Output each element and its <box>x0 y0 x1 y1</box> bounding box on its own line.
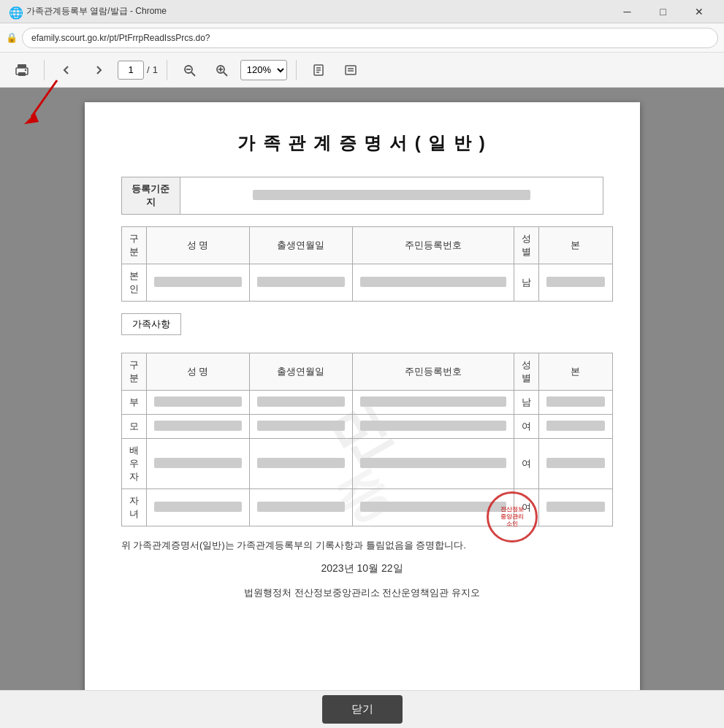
fam-type-2: 배우자 <box>121 439 146 489</box>
family-table: 구분 성 명 출생연월일 주민등록번호 성별 본 부 남 모 <box>121 353 613 526</box>
fam-id-0 <box>352 391 514 415</box>
fam-gender-0: 남 <box>514 391 538 415</box>
zoom-out-button[interactable] <box>176 57 202 83</box>
self-table: 구분 성 명 출생연월일 주민등록번호 성별 본 본인 남 <box>121 226 613 302</box>
address-blurred <box>253 190 530 200</box>
fam-type-0: 부 <box>121 391 146 415</box>
self-bon <box>538 264 612 302</box>
page-separator: / <box>147 64 150 75</box>
print-button[interactable] <box>9 57 35 83</box>
official-seal: 전산정보중앙관리소인 <box>487 491 538 543</box>
address-input[interactable] <box>22 28 718 48</box>
family-row-1: 모 여 <box>121 415 612 439</box>
fam-gender-1: 여 <box>514 415 538 439</box>
divider-1 <box>44 60 45 80</box>
svg-point-3 <box>25 69 26 70</box>
fit-page-button[interactable] <box>305 57 332 83</box>
fam-col-gender: 성별 <box>514 353 538 391</box>
pdf-toolbar: / 1 50% 75% 100% 120% 150% 200% <box>0 53 724 88</box>
self-id <box>352 264 514 302</box>
fam-type-3: 자녀 <box>121 489 146 526</box>
col-header-bon: 본 <box>538 227 612 264</box>
fam-col-name: 성 명 <box>146 353 249 391</box>
fit-width-button[interactable] <box>338 57 364 83</box>
title-bar: 🌐 가족관계등록부 열람/발급 - Chrome ─ □ ✕ <box>0 0 724 23</box>
fam-bon-2 <box>538 439 612 489</box>
title-bar-text: 가족관계등록부 열람/발급 - Chrome <box>26 5 611 18</box>
fam-col-type: 구분 <box>121 353 146 391</box>
close-document-button[interactable]: 닫기 <box>322 695 403 724</box>
self-type: 본인 <box>121 264 146 302</box>
minimize-button[interactable]: ─ <box>611 0 644 23</box>
family-row-0: 부 남 <box>121 391 612 415</box>
zoom-in-button[interactable] <box>208 57 235 83</box>
pdf-page: 민 증 가 족 관 계 증 명 서 ( 일 반 ) 등록기준지 구분 <box>85 102 640 690</box>
registration-table: 등록기준지 <box>121 177 603 215</box>
col-header-id: 주민등록번호 <box>352 227 514 264</box>
divider-3 <box>296 60 297 80</box>
self-row: 본인 남 <box>121 264 612 302</box>
family-row-2: 배우자 여 <box>121 439 612 489</box>
document-title: 가 족 관 계 증 명 서 ( 일 반 ) <box>121 131 603 155</box>
fam-gender-2: 여 <box>514 439 538 489</box>
col-header-gender: 성별 <box>514 227 538 264</box>
seal-text: 전산정보중앙관리소인 <box>500 506 524 529</box>
fam-birth-0 <box>249 391 352 415</box>
fam-birth-1 <box>249 415 352 439</box>
svg-line-8 <box>224 72 227 76</box>
document-content: 가 족 관 계 증 명 서 ( 일 반 ) 등록기준지 구분 성 명 출생연월일 <box>121 131 603 601</box>
fam-type-1: 모 <box>121 415 146 439</box>
fam-name-0 <box>146 391 249 415</box>
fam-col-id: 주민등록번호 <box>352 353 514 391</box>
page-number-input[interactable] <box>118 61 144 80</box>
maximize-button[interactable]: □ <box>647 0 679 23</box>
cert-text: 위 가족관계증명서(일반)는 가족관계등록부의 기록사항과 틀림없음을 증명합니… <box>121 538 603 553</box>
issue-date: 2023년 10월 22일 <box>121 562 603 575</box>
prev-page-button[interactable] <box>53 57 80 83</box>
svg-line-5 <box>191 72 195 76</box>
close-button[interactable]: ✕ <box>682 0 715 23</box>
window-controls: ─ □ ✕ <box>611 0 715 23</box>
col-header-name: 성 명 <box>146 227 249 264</box>
col-header-birth: 출생연월일 <box>249 227 352 264</box>
self-birth <box>249 264 352 302</box>
zoom-select[interactable]: 50% 75% 100% 120% 150% 200% <box>240 60 287 80</box>
fam-col-birth: 출생연월일 <box>249 353 352 391</box>
self-name <box>146 264 249 302</box>
bottom-bar: 닫기 <box>0 690 724 728</box>
col-header-type: 구분 <box>121 227 146 264</box>
registration-base-label: 등록기준지 <box>121 177 180 215</box>
self-gender: 남 <box>514 264 538 302</box>
fam-bon-1 <box>538 415 612 439</box>
family-section-header: 가족사항 <box>121 313 603 344</box>
svg-rect-2 <box>18 72 26 76</box>
browser-icon: 🌐 <box>9 6 20 18</box>
fam-col-bon: 본 <box>538 353 612 391</box>
family-row-3: 자녀 여 <box>121 489 612 526</box>
page-input-group: / 1 <box>118 61 158 80</box>
divider-2 <box>167 60 167 80</box>
family-section-label: 가족사항 <box>121 313 181 335</box>
fam-bon-0 <box>538 391 612 415</box>
registration-address <box>180 177 603 215</box>
fam-birth-2 <box>249 439 352 489</box>
svg-rect-15 <box>346 66 356 74</box>
fam-id-2 <box>352 439 514 489</box>
lock-icon: 🔒 <box>6 32 18 43</box>
fam-bon-3 <box>538 489 612 526</box>
pdf-viewport[interactable]: 민 증 가 족 관 계 증 명 서 ( 일 반 ) 등록기준지 구분 <box>0 88 724 690</box>
fam-birth-3 <box>249 489 352 526</box>
next-page-button[interactable] <box>85 57 112 83</box>
authority-text: 법원행정처 전산정보중앙관리소 전산운영책임관 유지오 <box>121 584 603 601</box>
fam-id-1 <box>352 415 514 439</box>
address-bar: 🔒 <box>0 23 724 53</box>
fam-name-1 <box>146 415 249 439</box>
page-total: 1 <box>153 64 158 75</box>
fam-name-2 <box>146 439 249 489</box>
fam-name-3 <box>146 489 249 526</box>
